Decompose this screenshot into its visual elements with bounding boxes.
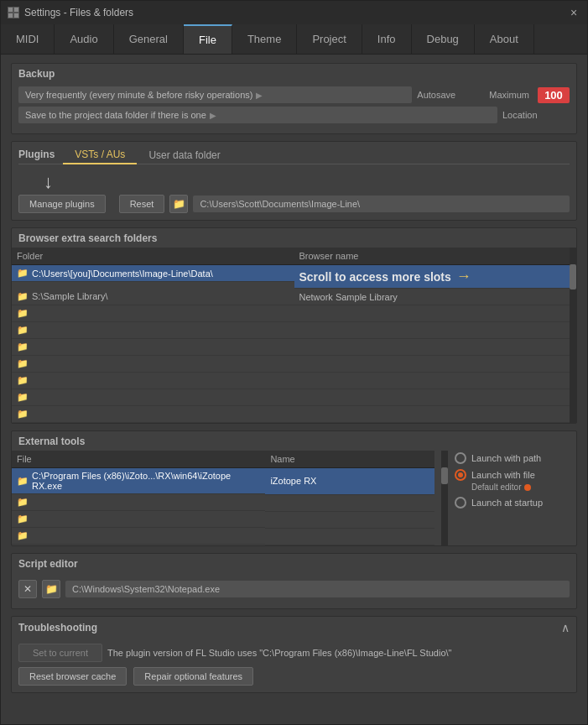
trouble-info-row: Set to current The plugin version of FL … — [18, 644, 570, 662]
browser-row-9-folder: 📁 — [12, 406, 294, 423]
browser-row-4-name — [294, 322, 577, 339]
arrow-right-icon-2: ▶ — [210, 111, 216, 120]
trouble-info-text: The plugin version of FL Studio uses "C:… — [107, 648, 570, 658]
browser-row-3-name — [294, 305, 577, 322]
close-button[interactable]: × — [567, 6, 580, 19]
ext-row-2-name — [265, 494, 434, 511]
browser-row-1-name: Scroll to access more slots → — [294, 265, 577, 289]
browser-table: Folder Browser name 📁 C:\Users\[you]\Doc… — [12, 248, 576, 423]
browser-table-wrapper: Folder Browser name 📁 C:\Users\[you]\Doc… — [12, 248, 576, 423]
tab-audio[interactable]: Audio — [55, 24, 113, 54]
svg-rect-0 — [8, 8, 13, 12]
ext-row-4[interactable]: 📁 — [12, 528, 434, 545]
ext-row-3[interactable]: 📁 — [12, 511, 434, 528]
browser-row-3-folder: 📁 — [12, 305, 294, 322]
launch-with-path-row[interactable]: Launch with path — [455, 452, 576, 464]
backup-section: Backup Very frequently (every minute & b… — [11, 63, 577, 134]
plugins-tab-user-data[interactable]: User data folder — [137, 146, 232, 164]
browser-row-9-name — [294, 406, 577, 423]
default-editor-row: Default editor — [471, 482, 576, 492]
browser-row-2-folder: 📁 S:\Sample Library\ — [12, 289, 294, 305]
script-path: C:\Windows\System32\Notepad.exe — [65, 581, 570, 597]
reset-browser-cache-button[interactable]: Reset browser cache — [18, 667, 127, 686]
ext-row-1[interactable]: 📁 C:\Program Files (x86)\iZoto...\RX\win… — [12, 468, 434, 495]
tab-debug[interactable]: Debug — [412, 24, 475, 54]
script-editor-body: ✕ 📁 C:\Windows\System32\Notepad.exe — [12, 573, 576, 608]
browser-row-8[interactable]: 📁 — [12, 389, 576, 406]
chevron-up-icon[interactable]: ∧ — [561, 621, 570, 634]
external-tools-section: External tools File Name — [11, 430, 577, 546]
tab-general[interactable]: General — [114, 24, 184, 54]
launch-at-startup-radio[interactable] — [455, 497, 466, 509]
launch-at-startup-label: Launch at startup — [471, 498, 543, 508]
user-data-folder-icon[interactable]: 📁 — [169, 195, 188, 213]
browser-row-7-name — [294, 373, 577, 389]
browser-row-9[interactable]: 📁 — [12, 406, 576, 423]
ext-scrollbar[interactable] — [441, 451, 448, 545]
ext-table: File Name 📁 C:\Program Files (x86)\iZoto… — [12, 451, 434, 545]
script-folder-button[interactable]: 📁 — [42, 580, 60, 598]
trouble-body: Set to current The plugin version of FL … — [12, 639, 576, 692]
ext-table-wrapper: File Name 📁 C:\Program Files (x86)\iZoto… — [12, 451, 576, 545]
ext-right-panel: Launch with path Launch with file Defaul… — [455, 451, 576, 545]
tab-file[interactable]: File — [184, 24, 232, 54]
browser-row-6-name — [294, 356, 577, 373]
vst-arrow-icon: ↓ — [44, 171, 53, 193]
backup-autosave-label: Autosave — [417, 90, 484, 100]
user-data-path: C:\Users\Scott\Documents\Image-Line\ — [193, 196, 570, 212]
browser-row-7[interactable]: 📁 — [12, 373, 576, 389]
backup-title: Backup — [12, 64, 576, 83]
default-editor-dot — [524, 484, 531, 491]
browser-row-2[interactable]: 📁 S:\Sample Library\ Network Sample Libr… — [12, 289, 576, 305]
browser-row-4[interactable]: 📁 — [12, 322, 576, 339]
browser-row-5[interactable]: 📁 — [12, 339, 576, 356]
browser-row-7-folder: 📁 — [12, 373, 294, 389]
backup-location-label[interactable]: Save to the project data folder if there… — [18, 107, 497, 123]
tab-project[interactable]: Project — [297, 24, 362, 54]
manage-plugins-button[interactable]: Manage plugins — [18, 195, 106, 213]
tab-midi[interactable]: MIDI — [1, 24, 55, 54]
backup-row-2: Save to the project data folder if there… — [18, 107, 570, 123]
plugins-tab-vsts[interactable]: VSTs / AUs — [63, 145, 137, 164]
launch-with-path-radio[interactable] — [455, 452, 466, 464]
trouble-title: Troubleshooting — [18, 622, 97, 634]
backup-frequency-label[interactable]: Very frequently (every minute & before r… — [18, 86, 412, 103]
default-editor-label: Default editor — [471, 482, 521, 492]
script-clear-button[interactable]: ✕ — [18, 580, 37, 598]
browser-row-3[interactable]: 📁 — [12, 305, 576, 322]
launch-with-file-radio[interactable] — [455, 469, 466, 481]
folder-icon: 📁 — [173, 198, 185, 210]
reset-button[interactable]: Reset — [119, 195, 165, 213]
ext-row-2[interactable]: 📁 — [12, 494, 434, 511]
browser-title: Browser extra search folders — [12, 228, 576, 248]
repair-optional-features-button[interactable]: Repair optional features — [133, 667, 253, 686]
launch-with-path-radio-inner — [458, 456, 463, 461]
ext-scrollbar-thumb[interactable] — [441, 467, 448, 484]
browser-section: Browser extra search folders Folder Brow… — [11, 227, 577, 424]
script-folder-icon: 📁 — [45, 583, 58, 595]
ext-row-2-file: 📁 — [12, 494, 265, 511]
script-editor-section: Script editor ✕ 📁 C:\Windows\System32\No… — [11, 553, 577, 609]
browser-row-8-name — [294, 389, 577, 406]
launch-at-startup-row[interactable]: Launch at startup — [455, 497, 576, 509]
browser-row-6[interactable]: 📁 — [12, 356, 576, 373]
ext-row-3-file: 📁 — [12, 511, 265, 528]
ext-col-name: Name — [265, 451, 434, 468]
backup-max-value[interactable]: 100 — [538, 87, 570, 103]
browser-scrollbar[interactable] — [570, 248, 576, 423]
browser-row-4-folder: 📁 — [12, 322, 294, 339]
launch-with-file-group: Launch with file Default editor — [455, 469, 576, 492]
ext-row-3-name — [265, 511, 434, 528]
browser-row-1[interactable]: 📁 C:\Users\[you]\Documents\Image-Line\Da… — [12, 265, 576, 289]
scroll-hint-row: Scroll to access more slots → — [299, 268, 572, 285]
browser-scrollbar-thumb[interactable] — [570, 264, 576, 289]
launch-with-file-row[interactable]: Launch with file — [455, 469, 576, 481]
plugins-body: Plugins VSTs / AUs User data folder ↓ Ma… — [12, 142, 576, 220]
content-area: Backup Very frequently (every minute & b… — [1, 55, 587, 724]
tab-about[interactable]: About — [475, 24, 534, 54]
trouble-buttons-row: Reset browser cache Repair optional feat… — [18, 667, 570, 686]
tab-theme[interactable]: Theme — [232, 24, 297, 54]
tab-info[interactable]: Info — [362, 24, 412, 54]
folder-icon-row1: 📁 — [17, 268, 29, 279]
ext-row-4-file: 📁 — [12, 528, 265, 545]
